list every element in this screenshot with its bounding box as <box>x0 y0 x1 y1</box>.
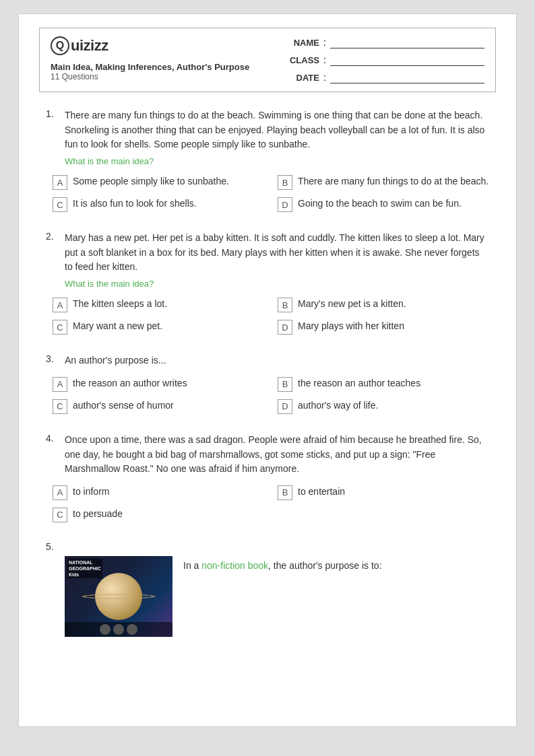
option-2d-letter: D <box>278 320 292 335</box>
nat-geo-book-image: NATIONALGEOGRAPHICKids <box>65 556 172 637</box>
option-4c[interactable]: C to persuade <box>53 507 264 522</box>
question-2-number: 2. <box>46 231 59 242</box>
class-input-line[interactable] <box>330 54 484 66</box>
option-2c-text: Mary want a new pet. <box>73 319 162 333</box>
question-1: 1. There are many fun things to do at th… <box>46 108 489 212</box>
non-fiction-link[interactable]: non-fiction book <box>201 560 268 571</box>
quiz-title: Main Idea, Making Inferences, Author's P… <box>51 62 282 72</box>
option-3b-text: the reason an author teaches <box>298 376 420 390</box>
option-2a-text: The kitten sleeps a lot. <box>73 297 167 311</box>
name-field-row: NAME : <box>282 36 484 48</box>
question-3: 3. An author's purpose is... A the reaso… <box>46 353 489 414</box>
question-5: 5. NATIONALGEOGRAPHICKids In a non-ficti… <box>46 541 489 637</box>
class-label: CLASS <box>282 55 319 65</box>
option-2b-text: Mary's new pet is a kitten. <box>298 297 406 311</box>
class-field-row: CLASS : <box>282 54 484 66</box>
logo-q-icon: Q <box>51 36 69 55</box>
option-4b[interactable]: B to entertain <box>278 485 489 500</box>
option-1c[interactable]: C It is also fun to look for shells. <box>53 197 264 212</box>
question-2-options: A The kitten sleeps a lot. B Mary's new … <box>53 297 489 335</box>
option-3c-text: author's sense of humor <box>73 399 174 413</box>
question-1-text: There are many fun things to do at the b… <box>65 108 489 152</box>
book-bottom-strip <box>65 622 172 637</box>
option-4b-letter: B <box>278 485 292 500</box>
option-3d-letter: D <box>278 399 292 414</box>
option-2d[interactable]: D Mary plays with her kitten <box>278 319 489 335</box>
option-2c[interactable]: C Mary want a new pet. <box>53 319 264 335</box>
option-1d-letter: D <box>278 197 292 212</box>
question-4-text: Once upon a time, there was a sad dragon… <box>65 433 489 477</box>
option-1a[interactable]: A Some people simply like to sunbathe. <box>53 174 264 190</box>
nat-geo-label: NATIONALGEOGRAPHICKids <box>67 559 102 578</box>
option-1c-letter: C <box>53 197 67 212</box>
question-5-text-before: In a <box>183 560 201 571</box>
name-label: NAME <box>282 38 319 48</box>
strip-circle-2 <box>113 624 124 635</box>
option-1a-text: Some people simply like to sunbathe. <box>73 174 229 188</box>
option-2a-letter: A <box>53 298 67 312</box>
question-4-options: A to inform B to entertain C to persuade <box>53 485 489 522</box>
option-4b-text: to entertain <box>298 485 345 499</box>
logo: Q uizizz <box>51 36 282 55</box>
question-1-prompt: What is the main idea? <box>65 156 489 166</box>
strip-circle-3 <box>127 624 137 635</box>
question-4-row: 4. Once upon a time, there was a sad dra… <box>46 433 489 477</box>
option-1b-text: There are many fun things to do at the b… <box>298 174 489 188</box>
date-input-line[interactable] <box>330 71 484 83</box>
question-2: 2. Mary has a new pet. Her pet is a baby… <box>46 231 489 335</box>
option-4a-text: to inform <box>73 485 109 499</box>
date-field-row: DATE : <box>282 71 484 83</box>
question-3-text: An author's purpose is... <box>65 353 489 368</box>
header-left: Q uizizz Main Idea, Making Inferences, A… <box>51 36 282 81</box>
question-4-number: 4. <box>46 433 59 444</box>
saturn-planet-icon <box>95 573 142 620</box>
option-1d[interactable]: D Going to the beach to swim can be fun. <box>278 197 489 212</box>
question-5-text: In a non-fiction book, the author's purp… <box>183 556 382 574</box>
question-3-row: 3. An author's purpose is... <box>46 353 489 368</box>
question-1-number: 1. <box>46 108 59 119</box>
question-5-content: NATIONALGEOGRAPHICKids In a non-fiction … <box>65 556 489 637</box>
option-4c-text: to persuade <box>73 507 123 521</box>
header-right: NAME : CLASS : DATE : <box>282 36 484 83</box>
logo-text: uizizz <box>71 37 108 55</box>
question-2-prompt: What is the main idea? <box>65 279 489 289</box>
option-2c-letter: C <box>53 320 67 335</box>
page: Q uizizz Main Idea, Making Inferences, A… <box>18 13 517 727</box>
question-4: 4. Once upon a time, there was a sad dra… <box>46 433 489 522</box>
option-3c-letter: C <box>53 399 67 414</box>
question-2-row: 2. Mary has a new pet. Her pet is a baby… <box>46 231 489 275</box>
option-3d[interactable]: D author's way of life. <box>278 399 489 414</box>
option-1d-text: Going to the beach to swim can be fun. <box>298 197 462 211</box>
option-3d-text: author's way of life. <box>298 399 378 413</box>
quiz-subtitle: 11 Questions <box>51 72 282 81</box>
option-1a-letter: A <box>53 175 67 190</box>
option-2b-letter: B <box>278 298 292 312</box>
date-label: DATE <box>282 73 319 83</box>
strip-circle-1 <box>100 624 111 635</box>
question-1-row: 1. There are many fun things to do at th… <box>46 108 489 152</box>
option-1b[interactable]: B There are many fun things to do at the… <box>278 174 489 190</box>
option-2d-text: Mary plays with her kitten <box>298 319 404 333</box>
option-4a-letter: A <box>53 485 67 500</box>
option-3b[interactable]: B the reason an author teaches <box>278 376 489 392</box>
option-4a[interactable]: A to inform <box>53 485 264 500</box>
option-3c[interactable]: C author's sense of humor <box>53 399 264 414</box>
name-input-line[interactable] <box>330 36 484 48</box>
option-1c-text: It is also fun to look for shells. <box>73 197 197 211</box>
option-4c-letter: C <box>53 508 67 522</box>
question-5-text-after: , the author's purpose is to: <box>268 560 381 571</box>
option-2b[interactable]: B Mary's new pet is a kitten. <box>278 297 489 312</box>
question-2-text: Mary has a new pet. Her pet is a baby ki… <box>65 231 489 275</box>
questions-container: 1. There are many fun things to do at th… <box>39 108 496 637</box>
header: Q uizizz Main Idea, Making Inferences, A… <box>39 28 496 92</box>
question-1-options: A Some people simply like to sunbathe. B… <box>53 174 489 212</box>
option-3a-text: the reason an author writes <box>73 376 187 390</box>
option-1b-letter: B <box>278 175 292 190</box>
option-2a[interactable]: A The kitten sleeps a lot. <box>53 297 264 312</box>
saturn-ring-icon <box>82 594 156 599</box>
question-5-number: 5. <box>46 541 59 552</box>
option-3a[interactable]: A the reason an author writes <box>53 376 264 392</box>
question-3-options: A the reason an author writes B the reas… <box>53 376 489 414</box>
option-3a-letter: A <box>53 377 67 392</box>
question-5-row: 5. <box>46 541 489 552</box>
